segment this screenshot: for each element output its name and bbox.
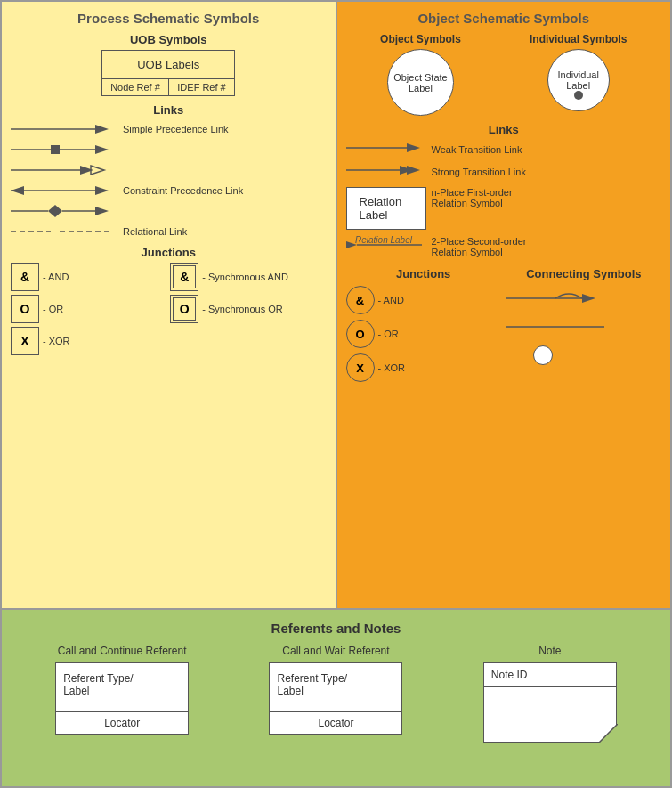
referent-col-note: Note Note ID	[483, 645, 617, 743]
connecting-sym-circle	[506, 345, 661, 366]
right-panel: Object Schematic Symbols Object Symbols …	[337, 2, 671, 608]
right-junction-circle-or: O	[346, 320, 375, 348]
junction-label-sync-or: - Synchronous OR	[202, 304, 282, 314]
right-link-label-strong: Strong Transition Link	[432, 167, 526, 177]
referent-col-wait: Call and Wait Referent Referent Type/Lab…	[269, 645, 402, 743]
left-junctions-title: Junctions	[11, 246, 327, 259]
link-graphic-square	[11, 142, 117, 158]
junction-row-and: & - AND	[11, 263, 166, 291]
right-panel-title: Object Schematic Symbols	[346, 11, 662, 26]
link-graphic-simple	[11, 121, 117, 137]
right-connecting-area: Connecting Symbols	[506, 262, 661, 387]
junction-box-and: &	[11, 263, 39, 291]
svg-rect-3	[51, 145, 60, 154]
link-row-double	[11, 161, 327, 179]
referent-box-continue-bottom: Locator	[56, 712, 188, 734]
link-row-square	[11, 141, 327, 158]
left-junction-grid: & - AND & - Synchronous AND O - OR O - S…	[11, 263, 327, 355]
left-links-title: Links	[11, 103, 327, 117]
individual-label-circle: Individual Label	[547, 49, 610, 111]
left-panel: Process Schematic Symbols UOB Symbols UO…	[2, 2, 337, 608]
junction-row-xor: X - XOR	[11, 327, 166, 355]
junction-row-sync-or: O - Synchronous OR	[170, 295, 326, 323]
right-link-row-2place: Relation Label 2-Place Second-orderRelat…	[346, 235, 662, 258]
link-row-relational: Relational Link	[11, 223, 327, 240]
connecting-small-circle	[533, 345, 553, 365]
junction-row-or: O - OR	[11, 295, 166, 323]
object-symbols-row: Object Symbols Object State Label Indivi…	[346, 33, 662, 116]
note-box-id: Note ID	[484, 663, 616, 687]
object-state-circle: Object State Label	[387, 49, 454, 116]
svg-marker-19	[407, 143, 420, 152]
right-junction-circle-xor: X	[346, 353, 375, 382]
right-link-graphic-nplace: Relation Label	[346, 187, 426, 230]
referent-box-wait-top: Referent Type/Label	[270, 663, 401, 712]
referent-box-wait: Referent Type/Label Locator	[269, 662, 402, 735]
referent-title-note: Note	[538, 645, 561, 657]
main-container: Process Schematic Symbols UOB Symbols UO…	[0, 0, 672, 788]
svg-marker-11	[95, 186, 109, 195]
referent-title-continue: Call and Continue Referent	[58, 645, 187, 657]
svg-marker-15	[95, 207, 109, 215]
individual-dot	[574, 91, 583, 100]
connecting-title: Connecting Symbols	[506, 267, 661, 280]
link-label-constraint: Constraint Precedence Link	[123, 185, 243, 196]
junction-label-or: - OR	[43, 304, 63, 314]
link-graphic-constraint	[11, 183, 117, 199]
right-junction-circle-and: &	[346, 286, 375, 314]
right-junction-list: & - AND O - OR X - XOR	[346, 286, 501, 382]
right-junction-label-or: - OR	[378, 329, 399, 339]
individual-symbols-title: Individual Symbols	[530, 33, 627, 45]
svg-marker-22	[407, 166, 420, 175]
referent-title-wait: Call and Wait Referent	[282, 645, 389, 657]
right-link-graphic-2place: Relation Label	[346, 235, 426, 258]
svg-marker-5	[95, 145, 109, 154]
right-junction-label-and: - AND	[378, 295, 404, 305]
uob-ref2: IDEF Ref #	[169, 79, 235, 95]
right-link-row-weak: Weak Transition Link	[346, 140, 662, 159]
svg-marker-27	[582, 294, 595, 303]
right-bottom-split: Junctions & - AND O - OR	[346, 262, 662, 387]
uob-refs: Node Ref # IDEF Ref #	[102, 79, 234, 95]
right-link-label-2place: 2-Place Second-orderRelation Symbol	[432, 236, 527, 257]
uob-title: UOB Symbols	[11, 33, 327, 46]
object-symbols-title: Object Symbols	[380, 33, 461, 45]
connecting-sym-straight	[506, 316, 661, 337]
uob-ref1: Node Ref #	[102, 79, 169, 95]
right-link-row-nplace: Relation Label n-Place First-orderRelati…	[346, 187, 662, 230]
right-junctions-title: Junctions	[346, 267, 501, 280]
junction-box-sync-and: &	[170, 263, 198, 291]
junction-box-sync-or: O	[170, 295, 198, 323]
right-link-label-weak: Weak Transition Link	[432, 144, 522, 155]
right-junction-row-xor: X - XOR	[346, 353, 501, 382]
link-row-simple: Simple Precedence Link	[11, 120, 327, 138]
relation-box-nplace: Relation Label	[346, 187, 426, 230]
link-graphic-diamond	[11, 203, 117, 219]
uob-label: UOB Labels	[102, 51, 234, 79]
note-box-wrapper: Note ID	[483, 662, 617, 743]
referent-box-continue: Referent Type/Label Locator	[55, 662, 189, 735]
junction-label-and: - AND	[43, 272, 69, 282]
right-junctions-area: Junctions & - AND O - OR	[346, 262, 501, 387]
link-label-simple: Simple Precedence Link	[123, 124, 229, 134]
junction-box-or: O	[11, 295, 39, 323]
note-box: Note ID	[483, 662, 617, 743]
object-symbol-col: Object Symbols Object State Label	[380, 33, 461, 116]
referents-row: Call and Continue Referent Referent Type…	[20, 645, 652, 743]
svg-marker-13	[48, 205, 62, 217]
junction-row-sync-and: & - Synchronous AND	[170, 263, 326, 291]
left-links-section: Simple Precedence Link	[11, 120, 327, 240]
object-state-label: Object State Label	[388, 72, 453, 93]
right-links-title: Links	[346, 123, 662, 136]
junction-label-sync-and: - Synchronous AND	[202, 272, 288, 282]
right-junction-row-and: & - AND	[346, 286, 501, 314]
link-graphic-double	[11, 162, 117, 178]
top-section: Process Schematic Symbols UOB Symbols UO…	[2, 2, 670, 608]
individual-symbol-col: Individual Symbols Individual Label	[530, 33, 627, 116]
uob-box: UOB Labels Node Ref # IDEF Ref #	[101, 50, 235, 96]
connecting-sym-curved	[506, 288, 661, 309]
svg-text:Relation Label: Relation Label	[355, 235, 413, 245]
referent-box-wait-bottom: Locator	[270, 712, 401, 734]
right-links-section: Weak Transition Link Strong Transition L…	[346, 140, 662, 258]
right-link-graphic-weak	[346, 140, 426, 159]
